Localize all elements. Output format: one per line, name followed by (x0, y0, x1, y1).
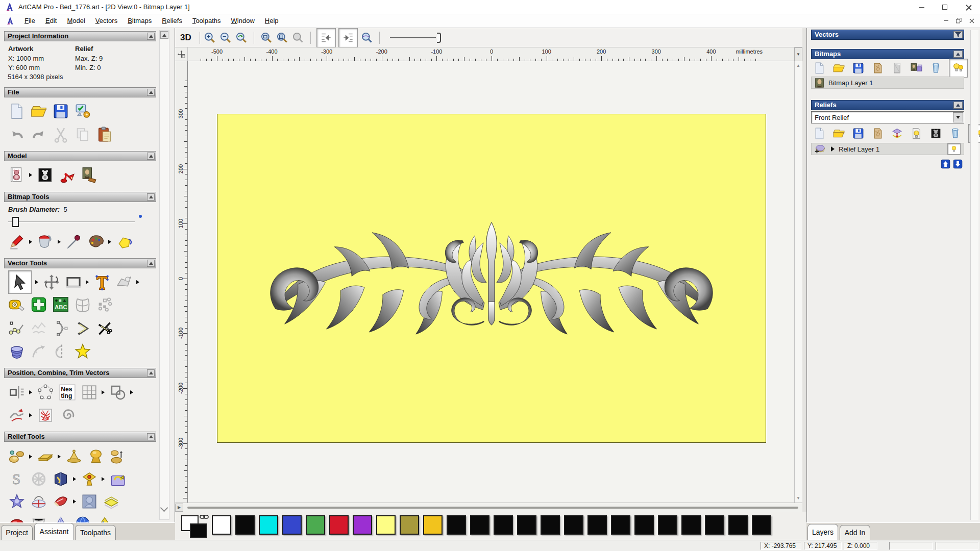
relief-layer-row[interactable]: Relief Layer 1 (811, 143, 964, 155)
relief-selector-combobox[interactable]: Front Relief (811, 111, 964, 123)
menu-window[interactable]: Window (226, 14, 260, 28)
collapse-button[interactable] (147, 193, 155, 201)
trash-cup-icon[interactable] (949, 127, 962, 140)
drawing-canvas[interactable] (188, 61, 794, 503)
model-teddy-icon[interactable] (8, 166, 26, 184)
palette-swatch-21[interactable] (705, 515, 724, 535)
tab-add-in[interactable]: Add In (840, 525, 870, 540)
weld-icon[interactable] (8, 407, 26, 424)
mdi-close-button[interactable] (966, 16, 977, 26)
palette-swatch-4[interactable] (306, 515, 325, 535)
face-emboss-icon[interactable] (81, 493, 98, 510)
palette-swatch-15[interactable] (564, 515, 583, 535)
scrollbar-thumb[interactable] (187, 507, 798, 509)
flyout-arrow-icon[interactable] (58, 455, 61, 459)
palette-swatch-17[interactable] (611, 515, 630, 535)
palette-swatch-22[interactable] (728, 515, 748, 535)
save-file-icon[interactable] (852, 62, 865, 74)
envelope-icon[interactable] (115, 273, 133, 291)
text-abc-icon[interactable]: ABC (52, 296, 69, 313)
menu-vectors[interactable]: Vectors (90, 14, 122, 28)
tab-assistant[interactable]: Assistant (34, 523, 74, 540)
scroll-left-button[interactable]: ▶ (175, 504, 183, 512)
open-file-icon[interactable] (30, 103, 47, 120)
flyout-arrow-icon[interactable] (73, 477, 76, 481)
measure-icon[interactable] (8, 296, 26, 313)
menu-file[interactable]: File (19, 14, 40, 28)
wrap-pair-icon[interactable] (109, 448, 127, 465)
zoom-in-icon[interactable] (203, 31, 216, 44)
flood-fill-icon[interactable] (37, 233, 54, 251)
scroll-up-arrow-icon[interactable]: ▲ (796, 63, 800, 68)
view-3d-button[interactable]: 3D (180, 33, 191, 43)
block-copy-icon[interactable] (81, 384, 98, 401)
right-panel-scrollbar[interactable] (970, 30, 978, 520)
select-cursor-icon[interactable] (8, 270, 32, 294)
palette-swatch-5[interactable] (329, 515, 349, 535)
palette-swatch-6[interactable] (353, 515, 372, 535)
palette-swatch-10[interactable] (447, 515, 466, 535)
mdi-minimize-button[interactable] (941, 16, 951, 26)
primary-secondary-color-indicator[interactable] (181, 515, 213, 538)
bitmaps-collapse-button[interactable] (953, 51, 963, 58)
snap-a-icon[interactable] (316, 28, 336, 47)
spiral-copy-icon[interactable] (59, 407, 76, 424)
text-icon[interactable] (93, 273, 111, 291)
zoom-prev-icon[interactable] (235, 31, 248, 44)
celtic-knot-icon[interactable] (30, 470, 47, 488)
relief-pair-icon[interactable] (8, 448, 26, 465)
reliefs-collapse-button[interactable] (953, 102, 963, 109)
paste-array-icon[interactable] (96, 296, 113, 313)
bitmap-layer-row[interactable]: Bitmap Layer 1 (811, 77, 964, 89)
cut-icon[interactable] (52, 126, 69, 143)
menu-toolpaths[interactable]: Toolpaths (187, 14, 226, 28)
collapse-button[interactable] (147, 89, 155, 96)
zoom-obj-icon[interactable] (291, 31, 305, 44)
red-leaf-icon[interactable] (52, 493, 69, 510)
nesting-icon[interactable]: Nesting (59, 384, 76, 401)
panel-scrollbar[interactable] (159, 30, 169, 520)
circular-copy-icon[interactable] (37, 384, 54, 401)
flyout-arrow-icon[interactable] (29, 455, 32, 459)
palette-swatch-2[interactable] (259, 515, 278, 535)
mirror-half-icon[interactable] (52, 343, 69, 360)
menu-edit[interactable]: Edit (40, 14, 62, 28)
cushion-icon[interactable] (30, 493, 47, 510)
combobox-dropdown-button[interactable] (953, 112, 963, 122)
model-invert-icon[interactable] (37, 166, 54, 184)
vectors-filter-button[interactable] (953, 31, 963, 38)
scroll-down-chevron-icon[interactable] (161, 505, 168, 510)
palette-swatch-3[interactable] (282, 515, 302, 535)
polyline-arrow-icon[interactable] (74, 320, 91, 337)
trash-cup-icon[interactable] (929, 62, 942, 74)
ruler-options-button[interactable]: ▼ (794, 47, 802, 61)
horizontal-ruler[interactable]: millimetres -500-400-300-200-10001002003… (188, 47, 794, 61)
align-icon[interactable] (8, 384, 26, 401)
collapse-button[interactable] (147, 433, 155, 440)
star-icon[interactable] (74, 343, 91, 360)
move-layer-down-button[interactable] (953, 159, 963, 169)
menu-bitmaps[interactable]: Bitmaps (122, 14, 157, 28)
menu-help[interactable]: Help (260, 14, 284, 28)
zoom-last-icon[interactable] (360, 31, 374, 44)
mona-layers-icon[interactable] (910, 62, 923, 74)
curve-fit-icon[interactable] (30, 343, 47, 360)
flyout-arrow-icon[interactable] (29, 390, 32, 394)
brush-diameter-slider[interactable] (8, 217, 135, 227)
basket-icon[interactable] (30, 515, 47, 522)
flyout-arrow-icon[interactable] (130, 390, 133, 394)
close-button[interactable] (957, 0, 980, 14)
red-shape-icon[interactable] (8, 515, 26, 522)
flyout-arrow-icon[interactable] (73, 499, 76, 504)
secondary-color-swatch[interactable] (190, 523, 207, 538)
tab-layers[interactable]: Layers (807, 524, 838, 540)
copy-icon[interactable] (74, 126, 91, 143)
gray-sheet-icon[interactable] (891, 62, 903, 74)
freehand-icon[interactable] (30, 320, 47, 337)
palette-swatch-1[interactable] (235, 515, 255, 535)
zoom-fit-icon[interactable] (276, 31, 289, 44)
tab-project[interactable]: Project (1, 525, 33, 540)
render-lamp-icon[interactable] (59, 166, 76, 184)
tan-crumple-icon[interactable] (871, 62, 884, 74)
dome-icon[interactable] (87, 448, 105, 465)
